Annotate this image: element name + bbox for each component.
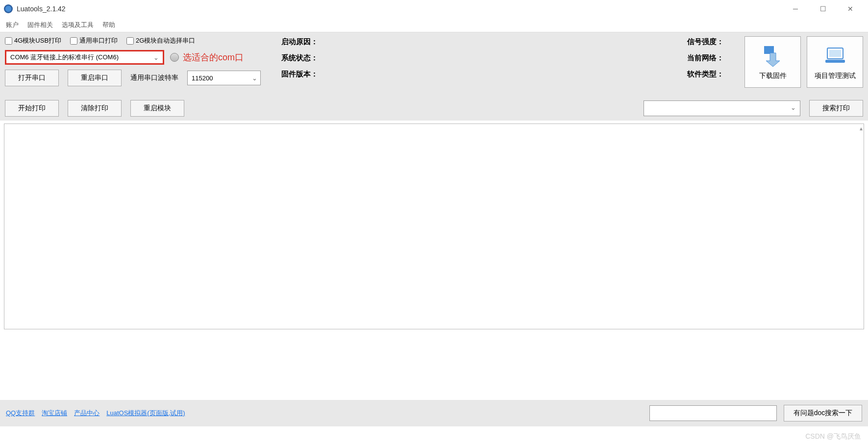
- link-product[interactable]: 产品中心: [74, 409, 99, 418]
- link-taobao[interactable]: 淘宝店铺: [42, 409, 67, 418]
- download-firmware-button[interactable]: 下载固件: [744, 36, 801, 88]
- bottom-bar: QQ支持群 淘宝店铺 产品中心 LuatOS模拟器(页面版,试用) 有问题doc…: [0, 400, 868, 426]
- checkbox-generic-serial-label: 通用串口打印: [79, 36, 118, 45]
- info-left: 启动原因： 系统状态： 固件版本：: [281, 37, 318, 91]
- com-annotation: 选适合的com口: [183, 51, 244, 63]
- info-right: 信号强度： 当前网络： 软件类型：: [687, 37, 724, 91]
- restart-module-button[interactable]: 重启模块: [130, 100, 184, 117]
- big-buttons: 下载固件 项目管理测试: [744, 36, 863, 91]
- window-title: Luatools_2.1.42: [17, 5, 66, 13]
- menu-account[interactable]: 账户: [6, 21, 19, 29]
- info-boot-reason: 启动原因：: [281, 37, 318, 47]
- info-signal: 信号强度：: [687, 37, 724, 47]
- svg-rect-2: [829, 50, 841, 57]
- baud-label: 通用串口波特率: [130, 74, 178, 82]
- project-test-label: 项目管理测试: [815, 72, 856, 80]
- search-print-button[interactable]: 搜索打印: [809, 100, 863, 117]
- info-columns: 启动原因： 系统状态： 固件版本： 信号强度： 当前网络： 软件类型：: [267, 36, 739, 91]
- search-select[interactable]: ⌄: [644, 100, 800, 116]
- toolbar-area: 4G模块USB打印 通用串口打印 2G模块自动选择串口 COM6 蓝牙链接上的标…: [0, 32, 868, 96]
- baud-select[interactable]: 115200 ⌄: [187, 71, 261, 85]
- baud-value: 115200: [192, 74, 213, 82]
- info-sw-type: 软件类型：: [687, 70, 724, 79]
- chevron-down-icon: ⌄: [153, 54, 159, 61]
- info-system-status: 系统状态：: [281, 53, 318, 63]
- menu-bar: 账户 固件相关 选项及工具 帮助: [0, 18, 868, 32]
- checkbox-auto-2g-input[interactable]: [126, 37, 134, 45]
- checkbox-row: 4G模块USB打印 通用串口打印 2G模块自动选择串口: [5, 36, 261, 45]
- info-network: 当前网络：: [687, 53, 724, 63]
- restart-serial-button[interactable]: 重启串口: [68, 70, 122, 86]
- watermark: CSDN @飞鸟厌鱼: [805, 432, 861, 441]
- com-row: COM6 蓝牙链接上的标准串行 (COM6) ⌄ 选适合的com口: [5, 50, 261, 65]
- menu-firmware[interactable]: 固件相关: [27, 21, 53, 29]
- laptop-icon: [823, 44, 847, 68]
- chevron-down-icon: ⌄: [252, 74, 257, 82]
- svg-rect-3: [825, 60, 845, 63]
- maximize-button[interactable]: ☐: [809, 0, 837, 18]
- close-button[interactable]: ✕: [837, 0, 864, 18]
- link-simulator[interactable]: LuatOS模拟器(页面版,试用): [106, 409, 185, 418]
- start-print-button[interactable]: 开始打印: [5, 100, 59, 117]
- link-qq[interactable]: QQ支持群: [6, 409, 35, 418]
- info-fw-version: 固件版本：: [281, 70, 318, 79]
- console-output[interactable]: ▴: [4, 124, 864, 329]
- title-bar: Luatools_2.1.42 ─ ☐ ✕: [0, 0, 868, 18]
- checkbox-usb-print-input[interactable]: [5, 37, 12, 45]
- checkbox-auto-2g[interactable]: 2G模块自动选择串口: [126, 36, 195, 45]
- download-firmware-label: 下载固件: [759, 72, 787, 80]
- checkbox-usb-print[interactable]: 4G模块USB打印: [5, 36, 61, 45]
- checkbox-generic-serial[interactable]: 通用串口打印: [70, 36, 118, 45]
- com-port-value: COM6 蓝牙链接上的标准串行 (COM6): [10, 53, 119, 62]
- clear-print-button[interactable]: 清除打印: [68, 100, 122, 117]
- second-toolbar: 开始打印 清除打印 重启模块 ⌄ 搜索打印: [0, 96, 868, 121]
- download-icon: [761, 44, 785, 68]
- app-icon: [4, 4, 13, 13]
- menu-options[interactable]: 选项及工具: [62, 21, 94, 29]
- menu-help[interactable]: 帮助: [102, 21, 115, 29]
- globe-icon[interactable]: [170, 53, 179, 62]
- checkbox-auto-2g-label: 2G模块自动选择串口: [136, 36, 195, 45]
- chevron-down-icon: ⌄: [791, 104, 796, 111]
- doc-search-input[interactable]: [649, 405, 777, 421]
- com-port-select[interactable]: COM6 蓝牙链接上的标准串行 (COM6) ⌄: [5, 50, 164, 65]
- minimize-button[interactable]: ─: [782, 0, 809, 18]
- open-serial-button[interactable]: 打开串口: [5, 70, 59, 86]
- window-controls: ─ ☐ ✕: [782, 0, 864, 18]
- checkbox-generic-serial-input[interactable]: [70, 37, 77, 45]
- doc-search-button[interactable]: 有问题doc搜索一下: [784, 405, 862, 421]
- button-row-1: 打开串口 重启串口 通用串口波特率 115200 ⌄: [5, 70, 261, 86]
- checkbox-usb-print-label: 4G模块USB打印: [14, 36, 61, 45]
- toolbar-left: 4G模块USB打印 通用串口打印 2G模块自动选择串口 COM6 蓝牙链接上的标…: [5, 36, 261, 91]
- project-test-button[interactable]: 项目管理测试: [807, 36, 863, 88]
- scroll-up-icon[interactable]: ▴: [860, 125, 863, 132]
